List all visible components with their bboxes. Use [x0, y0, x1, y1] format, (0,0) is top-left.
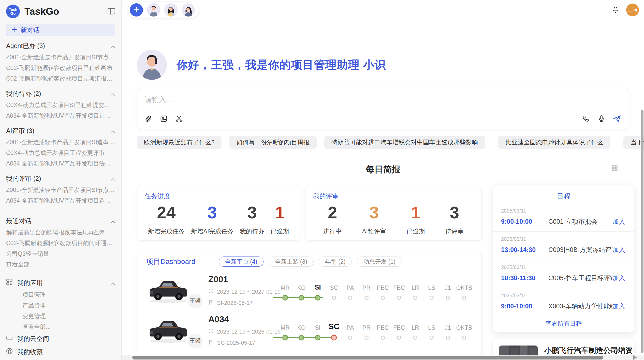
insert-image-button[interactable] [160, 115, 168, 123]
project-car-image: 王强 [146, 316, 190, 346]
sidebar-item[interactable]: C02-飞腾新能源轻客改款项目里程碑画布 [6, 63, 115, 73]
milestone-dot [397, 336, 401, 340]
schedule-item: 2025/03/11 13:00-14:30 C003|H0B-方案冻结评审 加… [493, 231, 634, 260]
sidebar-item-my-apps[interactable]: 我的应用 [6, 276, 115, 289]
schedule-date: 2025/03/11 [501, 293, 625, 298]
schedule-time: 9:00-10:00 [501, 303, 548, 310]
sidebar-item-change-mgmt[interactable]: 变更管理 [6, 311, 115, 321]
user-avatar[interactable]: 王强 [626, 4, 639, 16]
topbar-right: 王强 [612, 4, 639, 16]
view-all-schedule-link[interactable]: 查看所有日程 [493, 320, 634, 328]
divider [0, 211, 121, 211]
logo-text-bottom: Go [10, 11, 16, 16]
sidebar-item[interactable]: Z001-全新燃油轻卡产品开发项目SI节点属性5D文件评审 [6, 185, 115, 195]
filter-chip-model-year[interactable]: 年型 (2) [319, 257, 352, 267]
sidebar-item-view-all-apps[interactable]: 查看全部... [6, 321, 115, 332]
briefing-layout-button[interactable] [611, 165, 618, 172]
sidebar-item-product-mgmt[interactable]: 产品管理 [6, 300, 115, 311]
suggestion-chip[interactable]: 如何写一份清晰的项目周报 [229, 136, 317, 149]
schedule-card: 日程 2025/03/11 9:00-10:00 C001-立项审批会 加入 2… [493, 185, 634, 332]
project-info: A034 2023-12-19 ~ 2026-01-19 SC-2025-05-… [208, 314, 272, 347]
scroll-down-arrow[interactable] [614, 349, 620, 352]
voice-call-button[interactable] [582, 115, 590, 123]
milestone-ls: LS [423, 281, 440, 301]
apps-grid-icon [6, 279, 13, 287]
agent-avatar-2[interactable] [164, 3, 178, 17]
stat-label: 进行中 [323, 227, 342, 235]
stat-label: AI预评审 [362, 227, 386, 235]
agent-avatar-group [128, 2, 199, 18]
suggestion-chip[interactable]: 欧洲新规最近颁布了什么? [137, 136, 222, 149]
sidebar-item[interactable]: Z001-全新燃油轻卡产品开发项目SI造型提交物评审 [6, 137, 115, 147]
project-dashboard-card: 项目Dashboard 全新平台 (4) 全新上装 (3) 年型 (2) 动总开… [137, 249, 482, 360]
suggestion-chip[interactable]: 特朗普可能对进口汽车增税会对中国车企造成哪些影响 [324, 136, 485, 149]
composer-toolbar [145, 114, 621, 124]
sidebar-item[interactable]: 解释最新出台的欧盟报废车法规再生塑料比例被调至15%... [6, 227, 115, 238]
sidebar-item[interactable]: A034-全新新能源MUV产品开发项目造型可行性评审 [6, 195, 115, 206]
chevron-up-icon [111, 279, 115, 287]
section-title: 我的评审 (2) [6, 174, 41, 183]
join-meeting-link[interactable]: 加入 [612, 217, 625, 226]
sidebar-section-my-review[interactable]: 我的评审 (2) [6, 172, 115, 185]
sidebar-section-my-todo[interactable]: 我的待办 (2) [6, 87, 115, 100]
milestone-ko: KO [293, 321, 310, 340]
send-button[interactable] [613, 114, 621, 124]
stat-value: 3 [450, 202, 459, 223]
project-dates: 2023-12-19 ~ 2026-01-19 [208, 328, 272, 335]
join-meeting-link[interactable]: 加入 [612, 274, 625, 282]
section-title: AI评审 (3) [6, 127, 34, 135]
attach-file-button[interactable] [145, 115, 152, 123]
plus-icon [11, 26, 17, 34]
project-row-z001[interactable]: 王强 Z001 2023-12-19 ~ 2027-01-19 [146, 274, 472, 307]
schedule-name: X003-车辆动力学性能验... [548, 302, 612, 310]
notifications-button[interactable] [612, 6, 619, 14]
sidebar-header: Task Go TaskGo [6, 3, 115, 20]
horizontal-scrollbar-track[interactable] [122, 355, 644, 360]
project-row-a034[interactable]: 王强 A034 2023-12-19 ~ 2026-01-19 [146, 314, 472, 347]
filter-chip-powertrain[interactable]: 动总开发 (1) [357, 257, 402, 267]
project-milestone-date: SC-2025-05-17 [217, 340, 255, 346]
add-agent-button[interactable] [130, 3, 143, 17]
milestone-si-current: SI [310, 281, 326, 301]
milestone-dot [364, 336, 369, 340]
agent-avatar-1[interactable] [147, 3, 160, 17]
sidebar-item-project-mgmt[interactable]: 项目管理 [6, 289, 115, 300]
sidebar-item-view-all[interactable]: 查看全部... [6, 259, 115, 270]
screenshot-button[interactable] [175, 115, 183, 123]
scroll-right-arrow[interactable] [633, 355, 637, 360]
chevron-up-icon [111, 127, 115, 134]
sidebar-item[interactable]: A034-全新新能源MUV产品开发项目法规符合性评审 [6, 158, 115, 169]
message-composer[interactable]: 请输入... [137, 88, 629, 129]
stat-value: 3 [208, 202, 217, 223]
milestone-dot [282, 335, 288, 340]
sidebar-collapse-button[interactable] [108, 8, 115, 15]
sidebar-item[interactable]: C0X4-动力总成开发项目工程变更评审 [6, 147, 115, 158]
filter-chip-new-body[interactable]: 全新上装 (3) [269, 257, 314, 267]
sidebar-item[interactable]: 公司Q3轻卡销量 [6, 248, 115, 259]
filter-chip-new-platform[interactable]: 全新平台 (4) [219, 257, 264, 267]
sidebar-item[interactable]: C02-飞腾新能源轻客改款项目的闭环通告反馈情况 [6, 238, 115, 248]
join-meeting-link[interactable]: 加入 [612, 246, 625, 254]
sidebar-item[interactable]: Z001-全新燃油皮卡产品开发项目SI节点Lesson Learn报告 [6, 52, 115, 63]
sidebar-item[interactable]: C0X4-动力总成开发项目SI里程碑提交物检查 [6, 100, 115, 110]
schedule-time: 10:30-11:30 [501, 274, 548, 282]
sidebar-section-ai-review[interactable]: AI评审 (3) [6, 125, 115, 137]
sidebar-item[interactable]: A034-全新新能源MUV产品开发项目计划变更表编写 [6, 110, 115, 121]
new-chat-button[interactable]: 新对话 [6, 24, 115, 36]
vertical-scrollbar[interactable] [641, 110, 643, 353]
stat-new-ai-done-tasks: 3 新增AI完成任务 [191, 202, 233, 235]
milestone-pa: PA [342, 281, 358, 301]
voice-input-button[interactable] [597, 115, 605, 123]
join-meeting-link[interactable]: 加入 [612, 302, 625, 310]
main-area: 王强 你好，王强，我是你的项目管理助理 小识 请输入... [122, 0, 644, 360]
sidebar-section-agent-done[interactable]: Agent已办 (3) [6, 40, 115, 52]
sidebar-section-recent-chats[interactable]: 最近对话 [6, 215, 115, 227]
suggestion-chip[interactable]: 比亚迪全固态电池计划具体说了什么 [498, 136, 610, 149]
stat-value: 1 [275, 202, 285, 223]
horizontal-scrollbar-thumb[interactable] [132, 356, 603, 359]
agent-avatar-3[interactable] [182, 3, 195, 17]
milestone-j1: J1 [440, 281, 456, 301]
sidebar-item[interactable]: C02-飞腾新能源轻客改款项目立项汇报方案 [6, 73, 115, 84]
sidebar-item-favorites[interactable]: 我的收藏 [6, 345, 115, 358]
sidebar-item-cloud-space[interactable]: 我的云空间 [6, 332, 115, 345]
